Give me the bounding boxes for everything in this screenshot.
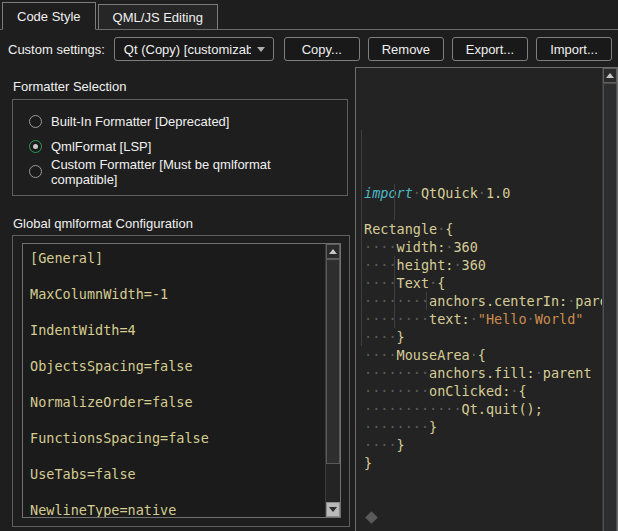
config-scroll-up-button[interactable]: [326, 244, 340, 259]
tab-bar: Code Style QML/JS Editing: [0, 0, 618, 30]
code-preview-pane: import·QtQuick·1.0 Rectangle·{····width:…: [355, 67, 618, 531]
chevron-down-icon: [257, 47, 265, 52]
tab-qmljs-editing-label: QML/JS Editing: [113, 10, 203, 25]
code-scroll-up-button[interactable]: [603, 68, 617, 83]
custom-settings-label: Custom settings:: [8, 42, 105, 57]
formatter-options: Built-In Formatter [Deprecated]QmlFormat…: [12, 99, 348, 196]
code-line: import·QtQuick·1.0: [364, 184, 602, 202]
code-line: Rectangle·{: [364, 220, 602, 238]
code-line: ····}: [364, 436, 602, 454]
config-scroll-down-button[interactable]: [326, 502, 340, 517]
radio-option-2[interactable]: Custom Formatter [Must be qmlformat comp…: [29, 159, 339, 184]
combobox-value: Qt (Copy) [customizable]: [124, 42, 251, 57]
config-scrollbar[interactable]: [325, 244, 340, 517]
code-line: ········onClicked:·{: [364, 382, 602, 400]
radio-unselected-icon[interactable]: [29, 115, 42, 128]
indent-guide: [394, 256, 395, 328]
code-scrollbar-thumb[interactable]: [603, 83, 617, 531]
code-lines: import·QtQuick·1.0 Rectangle·{····width:…: [364, 184, 602, 472]
tab-code-style[interactable]: Code Style: [2, 2, 96, 30]
global-config-editor: [General] MaxColumnWidth=-1 IndentWidth=…: [22, 243, 341, 518]
radio-option-label: Built-In Formatter [Deprecated]: [51, 114, 229, 129]
code-line: [364, 202, 602, 220]
custom-settings-combobox[interactable]: Qt (Copy) [customizable]: [114, 37, 274, 61]
code-line: ····height:·360: [364, 256, 602, 274]
radio-option-0[interactable]: Built-In Formatter [Deprecated]: [29, 109, 339, 134]
code-line: ········anchors.fill:·parent: [364, 364, 602, 382]
scroll-up-icon: [329, 249, 337, 254]
custom-settings-row: Custom settings: Qt (Copy) [customizable…: [8, 37, 612, 61]
code-line: ····MouseArea·{: [364, 346, 602, 364]
code-scrollbar[interactable]: [602, 68, 617, 531]
code-line: ········anchors.centerIn:·parent: [364, 292, 602, 310]
scroll-up-icon: [606, 73, 614, 78]
code-line: ····}: [364, 328, 602, 346]
radio-option-label: QmlFormat [LSP]: [51, 139, 151, 154]
left-column: Formatter Selection Built-In Formatter […: [0, 67, 355, 531]
eof-marker-icon: [365, 511, 378, 524]
config-text[interactable]: [General] MaxColumnWidth=-1 IndentWidth=…: [23, 244, 325, 517]
tab-qmljs-editing[interactable]: QML/JS Editing: [98, 4, 218, 29]
radio-option-1[interactable]: QmlFormat [LSP]: [29, 134, 339, 159]
code-line: ········}: [364, 418, 602, 436]
code-line: ····width:·360: [364, 238, 602, 256]
code-line: ····Text·{: [364, 274, 602, 292]
indent-guide: [394, 184, 395, 220]
code-line: }: [364, 454, 602, 472]
formatter-selection-title: Formatter Selection: [13, 79, 348, 94]
formatter-selection-group: Formatter Selection Built-In Formatter […: [12, 79, 348, 196]
global-config-title: Global qmlformat Configuration: [13, 216, 355, 231]
tab-code-style-label: Code Style: [17, 9, 81, 24]
radio-option-label: Custom Formatter [Must be qmlformat comp…: [51, 157, 339, 187]
indent-guide: [361, 130, 362, 346]
config-scrollbar-track: [326, 464, 340, 502]
code-preview-editor[interactable]: import·QtQuick·1.0 Rectangle·{····width:…: [356, 68, 602, 531]
import-button[interactable]: Import...: [536, 37, 612, 61]
indent-guide: [426, 292, 427, 310]
code-line: ········text:·"Hello·World": [364, 310, 602, 328]
code-line: ············Qt.quit();: [364, 400, 602, 418]
config-scrollbar-thumb[interactable]: [326, 259, 340, 464]
scroll-down-icon: [329, 507, 337, 512]
global-config-group: [General] MaxColumnWidth=-1 IndentWidth=…: [12, 235, 350, 527]
copy-button[interactable]: Copy...: [284, 37, 360, 61]
remove-button[interactable]: Remove: [368, 37, 444, 61]
export-button[interactable]: Export...: [452, 37, 528, 61]
code-style-settings-page: Code Style QML/JS Editing Custom setting…: [0, 0, 618, 531]
radio-selected-icon[interactable]: [29, 140, 42, 153]
main-area: Formatter Selection Built-In Formatter […: [0, 67, 618, 531]
radio-unselected-icon[interactable]: [29, 165, 42, 178]
